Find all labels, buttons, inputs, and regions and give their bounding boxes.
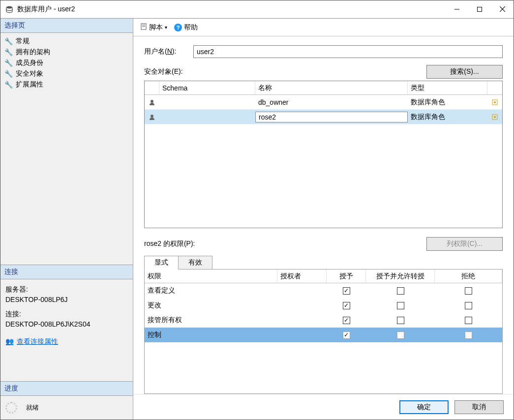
cancel-button[interactable]: 取消 [454, 400, 504, 414]
server-label: 服务器: [5, 284, 128, 295]
username-row: 用户名(N): [144, 45, 503, 58]
with-grant-checkbox[interactable] [397, 317, 404, 324]
col-grantor[interactable]: 授权者 [277, 270, 327, 283]
toolbar: 脚本 ▾ ? 帮助 [133, 19, 514, 36]
role-icon [145, 113, 159, 121]
page-owned-schemas[interactable]: 🔧拥有的架构 [4, 47, 129, 58]
perm-name: 接管所有权 [145, 315, 277, 326]
help-icon: ? [174, 24, 182, 31]
col-schema[interactable]: Schema [159, 81, 255, 94]
with-grant-checkbox[interactable] [397, 287, 404, 295]
permission-row[interactable]: 查看定义✓ [145, 283, 502, 298]
progress-header: 进度 [0, 381, 133, 396]
help-button[interactable]: ? 帮助 [172, 22, 200, 33]
col-grant[interactable]: 授予 [327, 270, 366, 283]
grant-checkbox[interactable]: ✓ [343, 317, 350, 324]
select-page-header: 选择页 [0, 19, 133, 33]
ok-button[interactable]: 确定 [399, 400, 449, 414]
perm-name: 更改 [145, 300, 277, 311]
deny-checkbox[interactable] [465, 331, 472, 339]
close-button[interactable] [491, 0, 514, 18]
deny-checkbox[interactable] [465, 287, 472, 295]
dialog-window: 数据库用户 - user2 选择页 🔧常规 🔧拥有的架构 🔧成员身份 🔧安全对象… [0, 0, 514, 420]
view-connection-properties[interactable]: 👥 查看连接属性 [5, 336, 128, 347]
securable-row[interactable]: rose2 数据库角色 [145, 110, 502, 124]
progress-spinner-icon [5, 402, 17, 414]
permission-row[interactable]: 控制✓ [145, 328, 502, 342]
col-name[interactable]: 名称 [255, 81, 408, 94]
grant-checkbox[interactable]: ✓ [343, 287, 350, 295]
deny-checkbox[interactable] [465, 302, 472, 309]
page-extended-properties[interactable]: 🔧扩展属性 [4, 79, 129, 90]
perm-name: 查看定义 [145, 285, 277, 296]
page-list: 🔧常规 🔧拥有的架构 🔧成员身份 🔧安全对象 🔧扩展属性 [0, 33, 133, 93]
svg-point-11 [151, 115, 153, 118]
securables-header-row: 安全对象(E): 搜索(S)... [144, 65, 503, 79]
server-value: DESKTOP-008LP6J [5, 295, 128, 305]
svg-point-0 [6, 6, 12, 8]
page-securables[interactable]: 🔧安全对象 [4, 68, 129, 79]
col-type[interactable]: 类型 [408, 81, 487, 94]
col-with-grant[interactable]: 授予并允许转授 [366, 270, 435, 283]
progress-body: 就绪 [0, 396, 133, 420]
window-title: 数据库用户 - user2 [17, 5, 446, 14]
perm-grantor [277, 304, 327, 306]
page-general[interactable]: 🔧常规 [4, 36, 129, 47]
securables-grid-header: Schema 名称 类型 [145, 81, 502, 95]
svg-point-8 [151, 100, 153, 103]
wrench-icon: 🔧 [4, 59, 13, 67]
page-membership[interactable]: 🔧成员身份 [4, 58, 129, 68]
sidebar-gap [0, 352, 133, 381]
grant-checkbox[interactable]: ✓ [343, 331, 350, 339]
view-connection-link[interactable]: 查看连接属性 [17, 336, 58, 347]
svg-point-10 [494, 101, 496, 103]
dialog-body: 选择页 🔧常规 🔧拥有的架构 🔧成员身份 🔧安全对象 🔧扩展属性 连接 服务器:… [0, 18, 514, 420]
property-icon [487, 98, 502, 107]
tab-explicit[interactable]: 显式 [144, 256, 179, 270]
permissions-header-row: rose2 的权限(P): 列权限(C)... [144, 237, 503, 251]
permissions-label: rose2 的权限(P): [144, 240, 426, 248]
wrench-icon: 🔧 [4, 81, 13, 89]
securables-grid[interactable]: Schema 名称 类型 db_owner 数据库角色 [144, 81, 503, 228]
connection-info: 服务器: DESKTOP-008LP6J 连接: DESKTOP-008LP6J… [0, 279, 133, 352]
permissions-area: rose2 的权限(P): 列权限(C)... 显式 有效 权限 授权者 [144, 237, 503, 394]
column-permissions-button: 列权限(C)... [426, 237, 503, 251]
database-icon [5, 5, 13, 13]
tab-effective[interactable]: 有效 [178, 256, 212, 270]
wrench-icon: 🔧 [4, 37, 13, 45]
titlebar: 数据库用户 - user2 [0, 0, 514, 18]
connection-value: DESKTOP-008LP6J\K2S04 [5, 319, 128, 330]
role-icon [145, 98, 159, 107]
perm-grantor [277, 290, 327, 292]
securables-label: 安全对象(E): [144, 67, 426, 76]
permission-tabs: 显式 有效 [144, 256, 503, 270]
minimize-button[interactable] [446, 0, 468, 18]
username-input[interactable] [193, 45, 503, 58]
with-grant-checkbox[interactable] [397, 302, 404, 309]
with-grant-checkbox[interactable] [397, 331, 404, 339]
wrench-icon: 🔧 [4, 48, 13, 56]
content-area: 用户名(N): 安全对象(E): 搜索(S)... Schema [133, 36, 514, 394]
dialog-footer: 确定 取消 [133, 394, 514, 420]
connection-header: 连接 [0, 265, 133, 279]
col-permission[interactable]: 权限 [145, 270, 277, 283]
securable-row[interactable]: db_owner 数据库角色 [145, 95, 502, 110]
search-button[interactable]: 搜索(S)... [426, 65, 503, 79]
permission-row[interactable]: 接管所有权✓ [145, 313, 502, 328]
svg-point-13 [494, 116, 496, 118]
sidebar-spacer [0, 93, 133, 265]
property-icon [487, 113, 502, 121]
progress-status: 就绪 [26, 403, 39, 412]
grant-checkbox[interactable]: ✓ [343, 302, 350, 309]
connection-label: 连接: [5, 309, 128, 319]
wrench-icon: 🔧 [4, 70, 13, 78]
script-button[interactable]: 脚本 ▾ [138, 22, 169, 33]
maximize-button[interactable] [468, 0, 491, 18]
permissions-grid: 权限 授权者 授予 授予并允许转授 拒绝 查看定义✓更改✓接管所有权✓控制✓ [144, 269, 503, 394]
col-deny[interactable]: 拒绝 [435, 270, 502, 283]
dropdown-arrow-icon: ▾ [165, 25, 167, 30]
sidebar: 选择页 🔧常规 🔧拥有的架构 🔧成员身份 🔧安全对象 🔧扩展属性 连接 服务器:… [0, 19, 133, 420]
permission-row[interactable]: 更改✓ [145, 298, 502, 313]
svg-rect-2 [478, 7, 482, 11]
deny-checkbox[interactable] [465, 317, 472, 324]
